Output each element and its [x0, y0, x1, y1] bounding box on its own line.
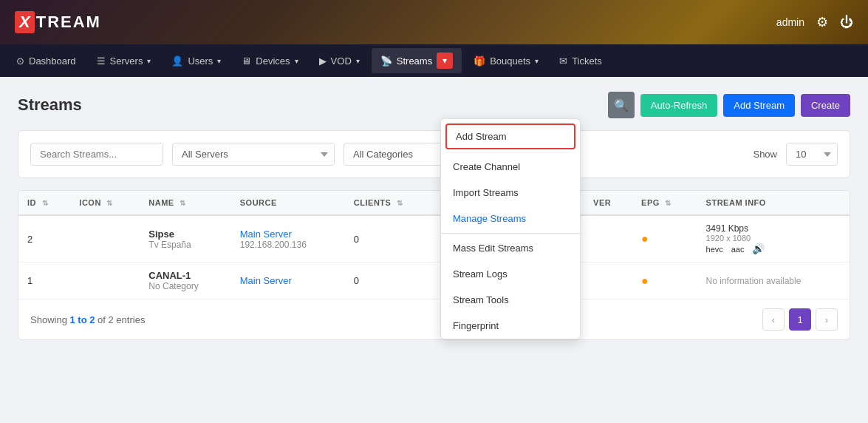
nav-item-bouquets[interactable]: 🎁 Bouquets ▾ — [465, 51, 547, 71]
search-input[interactable] — [30, 143, 163, 166]
create-button[interactable]: Create — [801, 94, 850, 117]
auto-refresh-button[interactable]: Auto-Refresh — [640, 94, 718, 117]
header-right: admin ⚙ ⏻ — [776, 14, 853, 30]
dropdown-item-stream-tools[interactable]: Stream Tools — [441, 287, 580, 313]
nav-item-streams[interactable]: 📡 Streams ▾ — [372, 48, 462, 73]
dropdown-item-create-channel[interactable]: Create Channel — [441, 154, 580, 180]
show-label: Show — [753, 149, 777, 160]
dropdown-item-manage-streams[interactable]: Manage Streams — [441, 206, 580, 231]
chevron-down-icon: ▾ — [535, 57, 539, 65]
streams-dropdown-menu: Add Stream Create Channel Import Streams… — [440, 118, 581, 339]
volume-icon: 🔊 — [752, 243, 765, 254]
cell-clients: 0 — [345, 215, 435, 263]
cell-stream-info: No information available — [697, 263, 850, 300]
stream-info-bitrate: 3491 Kbps — [706, 223, 841, 234]
add-stream-button[interactable]: Add Stream — [723, 94, 795, 117]
top-header: X TREAM admin ⚙ ⏻ — [0, 0, 868, 44]
nav-item-vod[interactable]: ▶ VOD ▾ — [310, 51, 369, 71]
bouquets-icon: 🎁 — [474, 55, 485, 67]
cell-ver — [584, 215, 632, 263]
col-icon: ICON ⇅ — [70, 191, 140, 215]
pagination: ‹ 1 › — [762, 308, 838, 331]
chevron-down-icon: ▾ — [147, 57, 151, 65]
next-page-button[interactable]: › — [816, 308, 838, 331]
nav-label-vod: VOD — [331, 55, 352, 67]
logo-text: TREAM — [36, 13, 101, 32]
cell-epg: ● — [632, 263, 697, 300]
codec-video: hevc — [706, 245, 723, 254]
table-header-row: ID ⇅ ICON ⇅ NAME ⇅ SOURCE CLIENTS ⇅ UPTI… — [18, 191, 850, 215]
cell-name: Sipse Tv España — [140, 215, 230, 263]
chevron-down-icon: ▾ — [217, 57, 221, 65]
tickets-icon: ✉ — [559, 55, 567, 67]
stream-name: Sipse — [148, 229, 222, 240]
source-name: Main Server — [240, 229, 336, 240]
col-source: SOURCE — [231, 191, 345, 215]
cell-name: CANAL-1 No Category — [140, 263, 230, 300]
chevron-down-icon: ▾ — [295, 57, 298, 65]
dropdown-item-import-streams[interactable]: Import Streams — [441, 180, 580, 206]
stream-category: No Category — [148, 281, 222, 291]
cell-id: 2 — [18, 215, 70, 263]
nav-item-users[interactable]: 👤 Users ▾ — [163, 51, 230, 71]
nav-label-users: Users — [188, 55, 213, 67]
nav-label-bouquets: Bouquets — [490, 55, 530, 67]
nav-label-devices: Devices — [256, 55, 290, 67]
dropdown-item-stream-logs[interactable]: Stream Logs — [441, 261, 580, 287]
nav-item-dashboard[interactable]: ⊙ Dashboard — [7, 51, 85, 71]
nav-label-tickets: Tickets — [572, 55, 602, 67]
table-container: ID ⇅ ICON ⇅ NAME ⇅ SOURCE CLIENTS ⇅ UPTI… — [18, 190, 850, 340]
no-info-text: No information available — [706, 276, 802, 286]
nav-label-dashboard: Dashboard — [29, 55, 76, 67]
settings-icon[interactable]: ⚙ — [816, 14, 828, 30]
chevron-down-icon: ▾ — [356, 57, 360, 65]
logo-x: X — [15, 11, 35, 33]
search-icon: 🔍 — [614, 98, 629, 112]
power-icon[interactable]: ⏻ — [840, 15, 853, 30]
servers-icon: ☰ — [97, 55, 106, 67]
col-stream-info: STREAM INFO — [697, 191, 850, 215]
col-clients: CLIENTS ⇅ — [345, 191, 435, 215]
stream-name: CANAL-1 — [148, 270, 222, 281]
filter-inputs: All Servers All Categories Show 10 25 50… — [30, 143, 838, 166]
col-name: NAME ⇅ — [140, 191, 230, 215]
dashboard-icon: ⊙ — [16, 55, 24, 67]
cell-clients: 0 — [345, 263, 435, 300]
dropdown-item-fingerprint[interactable]: Fingerprint — [441, 313, 580, 339]
cell-icon — [70, 215, 140, 263]
col-ver: VER — [584, 191, 632, 215]
nav-item-devices[interactable]: 🖥 Devices ▾ — [233, 51, 307, 71]
page-content: Streams 🔍 Auto-Refresh Add Stream Create… — [0, 77, 868, 355]
toolbar-right: 🔍 Auto-Refresh Add Stream Create — [608, 92, 850, 118]
nav-item-servers[interactable]: ☰ Servers ▾ — [88, 51, 160, 71]
streams-table: ID ⇅ ICON ⇅ NAME ⇅ SOURCE CLIENTS ⇅ UPTI… — [18, 191, 850, 300]
cell-source: Main Server — [231, 263, 345, 300]
stream-info-res: 1920 x 1080 — [706, 234, 841, 243]
page-1-button[interactable]: 1 — [789, 308, 811, 331]
page-title: Streams — [18, 95, 82, 115]
table-footer: Showing 1 to 2 of 2 entries ‹ 1 › — [18, 300, 850, 339]
nav-item-tickets[interactable]: ✉ Tickets — [550, 51, 611, 71]
nav-label-streams: Streams — [397, 55, 432, 67]
dropdown-item-add-stream[interactable]: Add Stream — [445, 123, 575, 149]
source-ip: 192.168.200.136 — [240, 240, 336, 250]
users-icon: 👤 — [171, 55, 183, 67]
cell-epg: ● — [632, 215, 697, 263]
dropdown-item-mass-edit[interactable]: Mass Edit Streams — [441, 235, 580, 261]
admin-name: admin — [776, 16, 804, 28]
cell-icon — [70, 263, 140, 300]
logo: X TREAM — [15, 11, 101, 33]
devices-icon: 🖥 — [242, 55, 251, 67]
prev-page-button[interactable]: ‹ — [762, 308, 785, 331]
streams-icon: 📡 — [380, 55, 392, 67]
table-row: 1 CANAL-1 No Category Main Server 0 STOP… — [18, 263, 850, 300]
nav-bar: ⊙ Dashboard ☰ Servers ▾ 👤 Users ▾ 🖥 Devi… — [0, 44, 868, 77]
server-filter[interactable]: All Servers — [172, 143, 335, 166]
streams-dropdown-button[interactable]: ▾ — [437, 53, 453, 69]
source-name: Main Server — [240, 275, 336, 286]
showing-text: Showing 1 to 2 of 2 entries — [30, 314, 145, 325]
cell-id: 1 — [18, 263, 70, 300]
search-button[interactable]: 🔍 — [608, 92, 635, 118]
nav-label-servers: Servers — [110, 55, 143, 67]
show-select[interactable]: 10 25 50 100 — [786, 143, 838, 166]
